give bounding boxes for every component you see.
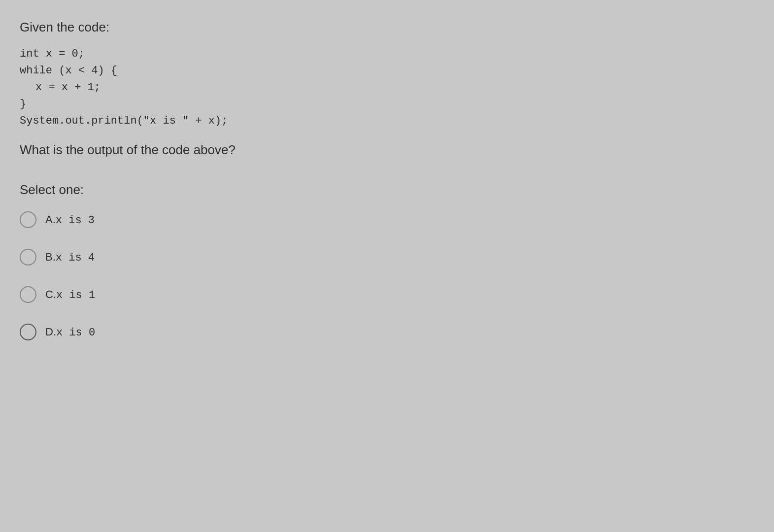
radio-a[interactable] bbox=[20, 211, 36, 228]
radio-c[interactable] bbox=[20, 286, 36, 303]
option-c[interactable]: C.x is 1 bbox=[20, 286, 404, 303]
option-b-prefix: B. bbox=[45, 251, 56, 263]
option-c-code: x is 1 bbox=[56, 289, 95, 301]
option-a[interactable]: A.x is 3 bbox=[20, 211, 404, 228]
option-a-label: A.x is 3 bbox=[45, 213, 95, 227]
option-b[interactable]: B.x is 4 bbox=[20, 249, 404, 266]
option-a-code: x is 3 bbox=[56, 214, 95, 227]
option-a-prefix: A. bbox=[45, 213, 56, 226]
option-c-label: C.x is 1 bbox=[45, 288, 95, 301]
option-d-code: x is 0 bbox=[56, 327, 95, 339]
code-line-3: x = x + 1; bbox=[20, 79, 404, 96]
select-one-label: Select one: bbox=[20, 182, 404, 198]
option-d[interactable]: D.x is 0 bbox=[20, 324, 404, 340]
option-c-prefix: C. bbox=[45, 288, 56, 300]
code-line-4: } bbox=[20, 96, 404, 113]
code-line-2: while (x < 4) { bbox=[20, 63, 404, 79]
code-line-1: int x = 0; bbox=[20, 46, 404, 63]
option-b-label: B.x is 4 bbox=[45, 251, 95, 264]
radio-d[interactable] bbox=[20, 324, 36, 340]
question-text: What is the output of the code above? bbox=[20, 142, 404, 158]
main-content: Given the code: int x = 0; while (x < 4)… bbox=[20, 15, 404, 366]
code-line-5: System.out.println("x is " + x); bbox=[20, 113, 404, 130]
given-the-code-label: Given the code: bbox=[20, 20, 404, 35]
option-d-prefix: D. bbox=[45, 326, 56, 338]
option-d-label: D.x is 0 bbox=[45, 326, 95, 339]
option-b-code: x is 4 bbox=[56, 252, 95, 264]
radio-b[interactable] bbox=[20, 249, 36, 266]
code-block: int x = 0; while (x < 4) { x = x + 1; } … bbox=[20, 46, 404, 130]
